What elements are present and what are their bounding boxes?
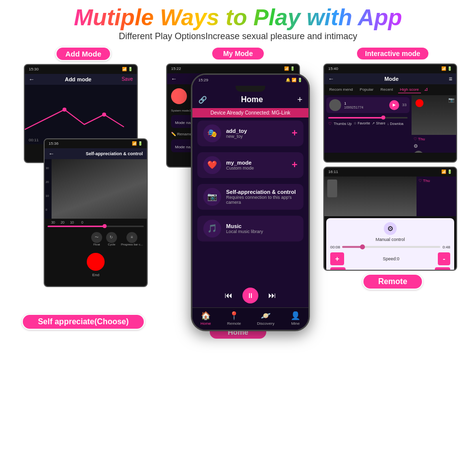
- intensity-fill: [328, 117, 384, 119]
- remote-slider-track[interactable]: [342, 246, 440, 248]
- graph-svg: [25, 85, 137, 144]
- user-id-1: 1699251774: [344, 106, 386, 109]
- speed-plus-btn[interactable]: -: [438, 252, 450, 265]
- speed-label: Speed:0: [346, 256, 436, 261]
- remote-video: [324, 177, 416, 216]
- rename-btn[interactable]: ✏️ Rename: [171, 132, 192, 136]
- tab-recent[interactable]: Recent: [378, 86, 395, 93]
- add-mode-label-top: Add Mode: [56, 47, 112, 61]
- slider-row-2[interactable]: [48, 226, 144, 227]
- graph-area: 00:11: [25, 85, 137, 144]
- nav-remote[interactable]: 📍 Remote: [227, 311, 241, 326]
- progress-icon-group: ≡ Progress bar c...: [121, 232, 143, 246]
- nav-home[interactable]: 🏠 Home: [200, 311, 211, 326]
- end-section: End: [45, 249, 147, 279]
- remote-slider-thumb: [360, 244, 365, 249]
- tab-popular[interactable]: Popular: [358, 86, 376, 93]
- self-screen-wrap: 15:36 📶 🔋 ← Self-appreciation & control …: [34, 143, 148, 287]
- menu-item-music[interactable]: 🎵 Music Local music library: [197, 216, 303, 241]
- mode-circle-1[interactable]: [171, 88, 187, 104]
- phone-mockup: 15:29 🔔 📶 🔋 🔗 Home + Device Already Conn…: [191, 73, 310, 331]
- menu-icon-toy: 🎭: [203, 124, 221, 142]
- sections-row: Add Mode 15:30 📶 🔋 ← Add mode Save: [7, 47, 469, 471]
- screen-title-2: Self-appreciation & control: [86, 151, 143, 156]
- cam-settings-icon[interactable]: ⚙: [414, 143, 454, 149]
- cycle-icon[interactable]: ↻: [106, 232, 117, 243]
- interactive-title: Mode: [384, 76, 399, 82]
- intensity-slider-track[interactable]: [328, 117, 408, 119]
- slider-thumb-1: [103, 224, 107, 228]
- tab-highscore[interactable]: High score: [398, 86, 421, 93]
- phone-header: 🔗 Home +: [192, 92, 308, 108]
- remote-side-panel: ♡ Thu: [416, 177, 456, 216]
- mymode-status-bar: 15:22 📶 🔋: [167, 64, 299, 73]
- menu-icon-mode: ❤️: [203, 156, 221, 174]
- discovery-label: Discovery: [257, 321, 274, 326]
- sliders-area: 30 20 10 0: [45, 219, 147, 229]
- slider-track-1[interactable]: [48, 226, 144, 227]
- play-btn[interactable]: ⏸: [242, 288, 258, 303]
- filter-icon[interactable]: ⊿: [424, 86, 428, 93]
- user-row-1: 1 1699251774 ▶ 33: [326, 97, 410, 113]
- end-red-button[interactable]: [87, 253, 105, 271]
- remote-icon: 📍: [229, 311, 239, 320]
- my-mode-label-top: My Mode: [211, 47, 265, 60]
- interactive-content-row: 1 1699251774 ▶ 33: [324, 95, 456, 153]
- timestamp-1: 00:11: [29, 138, 39, 142]
- interactive-status-bar: 15:40 📶 🔋: [324, 64, 456, 73]
- float-label: Float: [93, 243, 100, 246]
- mymode-back[interactable]: ←: [171, 75, 177, 82]
- home-icon: 🏠: [201, 311, 211, 320]
- remote-top-row: ♡ Thu: [324, 177, 456, 216]
- phone-title: Home: [207, 95, 297, 104]
- mode-next-btn[interactable]: ▶: [435, 267, 450, 271]
- end-label: End: [92, 273, 99, 277]
- menu-plus-mode[interactable]: +: [292, 159, 298, 171]
- remote-heart[interactable]: ♡ Thu: [418, 178, 454, 183]
- menu-item-add-toy[interactable]: 🎭 add_toy new_toy +: [197, 120, 303, 146]
- nav-discovery[interactable]: 🪐 Discovery: [257, 311, 274, 326]
- save-btn-1[interactable]: Save: [121, 76, 133, 82]
- menu-sub-mode: Custom mode: [226, 166, 287, 171]
- screen-title-1: Add mode: [65, 76, 92, 82]
- interactive-header: ← Mode ≡: [324, 73, 456, 84]
- back-arrow-2[interactable]: ←: [49, 150, 55, 157]
- time-2: 15:36: [49, 141, 59, 146]
- manual-control-icon-row: ⚙: [330, 222, 450, 235]
- menu-sub-toy: new_toy: [226, 134, 287, 139]
- tab-row: Recom mend Popular Recent High score ⊿: [324, 84, 456, 95]
- play-btn-user[interactable]: ▶: [389, 100, 399, 110]
- phone-bottom-nav: 🏠 Home 📍 Remote 🪐 Discovery: [192, 307, 308, 330]
- svg-point-0: [62, 108, 66, 112]
- add-mode-section: Add Mode 15:30 📶 🔋 ← Add mode Save: [9, 47, 158, 330]
- phone-container: 15:29 🔔 📶 🔋 🔗 Home + Device Already Conn…: [191, 73, 335, 331]
- menu-item-self[interactable]: 📷 Self-appreciation & control Requires c…: [197, 184, 303, 210]
- next-btn[interactable]: ⏭: [268, 291, 276, 300]
- float-icon[interactable]: 〜: [91, 232, 102, 243]
- menu-title-self: Self-appreciation & control: [226, 189, 298, 195]
- progress-icon[interactable]: ≡: [126, 232, 137, 243]
- menu-plus-toy[interactable]: +: [292, 127, 298, 139]
- menu-text-self: Self-appreciation & control Requires con…: [226, 189, 298, 205]
- slider-fill-1: [48, 226, 105, 227]
- menu-text-toy: add_toy new_toy: [226, 128, 287, 139]
- prev-btn[interactable]: ⏮: [225, 291, 233, 300]
- intensity-slider-row[interactable]: [328, 117, 408, 119]
- phone-add-btn[interactable]: +: [297, 95, 302, 105]
- favorite-text: ☆ Favorite: [354, 121, 370, 125]
- remote-slider-row: 00:08 0:48: [330, 245, 450, 249]
- mode-row: ◀ Mode ▶: [330, 267, 450, 271]
- manual-control-panel: ⚙ Manual control 00:08 0:48: [326, 218, 454, 271]
- discovery-icon: 🪐: [261, 311, 271, 320]
- interactive-menu-icon[interactable]: ≡: [449, 75, 452, 82]
- menu-item-my-mode[interactable]: ❤️ my_mode Custom mode +: [197, 152, 303, 178]
- my-mode-area: 15:22 📶 🔋 ← my_mode: [166, 63, 310, 321]
- cycle-icon-group: ↻ Cycle: [106, 232, 117, 246]
- cam-heart[interactable]: ♡ Thu: [414, 137, 454, 141]
- record-dot: [416, 99, 423, 107]
- cam-controls: 📷: [448, 97, 454, 103]
- thumbs-up-text: Thumbs Up: [334, 122, 352, 125]
- nav-mine[interactable]: 👤 Mine: [291, 311, 300, 326]
- remote-slider-fill: [342, 246, 362, 248]
- back-arrow-1[interactable]: ←: [29, 76, 35, 83]
